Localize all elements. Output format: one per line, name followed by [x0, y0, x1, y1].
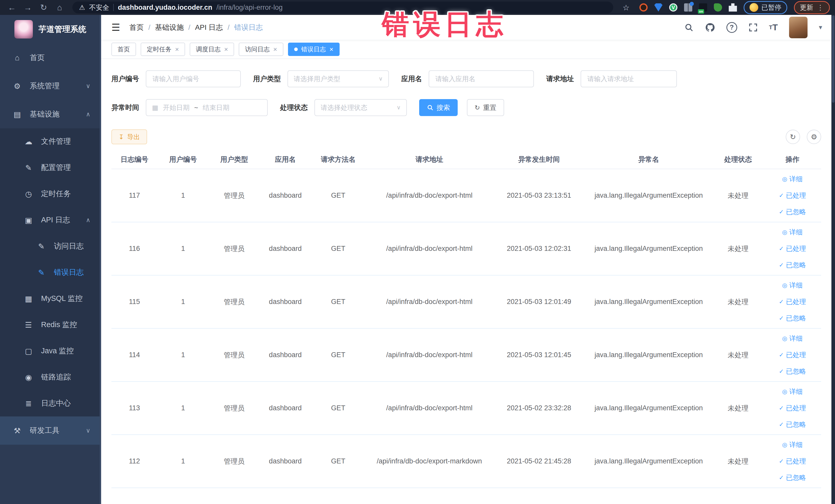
table-toolbar: ↧ 导出 ↻ ⚙: [111, 129, 821, 144]
sidebar-scrollbar[interactable]: [100, 15, 101, 504]
help-icon[interactable]: ?: [727, 22, 737, 33]
extension-orange-icon[interactable]: [639, 3, 648, 12]
page-tab[interactable]: 错误日志 ×: [288, 43, 340, 56]
request-url-input[interactable]: [581, 70, 677, 87]
extension-on-badge-icon[interactable]: on: [699, 3, 707, 12]
tab-close-icon[interactable]: ×: [273, 46, 277, 53]
table-row: 112 1 管理员 dashboard GET /api/infra/db-do…: [111, 435, 821, 488]
column-settings-button[interactable]: ⚙: [807, 130, 821, 144]
user-type-select[interactable]: 请选择用户类型 ∨: [287, 70, 389, 87]
detail-link[interactable]: ◎ 详细: [766, 277, 819, 294]
extension-grid-icon[interactable]: [684, 3, 692, 12]
address-bar[interactable]: ⚠ 不安全 dashboard.yudao.iocoder.cn/infra/l…: [73, 2, 613, 13]
extension-shield-icon[interactable]: [654, 3, 663, 12]
app-name-input[interactable]: [429, 70, 534, 87]
export-button[interactable]: ↧ 导出: [111, 129, 147, 144]
mark-ignored-link[interactable]: ✓ 已忽略: [766, 204, 819, 220]
refresh-table-button[interactable]: ↻: [786, 130, 800, 144]
font-size-icon[interactable]: TT: [769, 22, 778, 32]
detail-link[interactable]: ◎ 详细: [766, 224, 819, 241]
sidebar-menu-item[interactable]: ⌂ 首页: [0, 44, 101, 72]
mark-processed-link[interactable]: ✓ 已处理: [766, 400, 819, 417]
user-avatar[interactable]: [789, 17, 808, 38]
extension-leaf-icon[interactable]: [714, 3, 722, 12]
detail-link[interactable]: ◎ 详细: [766, 384, 819, 400]
page-tab[interactable]: 访问日志 ×: [239, 43, 283, 56]
detail-link[interactable]: ◎ 详细: [766, 171, 819, 187]
detail-link[interactable]: ◎ 详细: [766, 437, 819, 453]
mark-processed-link[interactable]: ✓ 已处理: [766, 347, 819, 363]
sidebar-menu-item[interactable]: ≣ 日志中心: [0, 390, 101, 417]
url-host[interactable]: dashboard.yudao.iocoder.cn: [118, 4, 212, 12]
sidebar-menu-item[interactable]: ☁ 文件管理: [0, 128, 101, 155]
process-status-select[interactable]: 请选择处理状态 ∨: [314, 99, 407, 116]
filter-row-1: 用户编号 用户类型 请选择用户类型 ∨ 应用名 请求地址: [111, 70, 821, 87]
tab-close-icon[interactable]: ×: [330, 46, 333, 53]
process-status-placeholder: 请选择处理状态: [321, 103, 367, 112]
mark-processed-link[interactable]: ✓ 已处理: [766, 241, 819, 257]
app-name-label: 应用名: [401, 74, 422, 83]
breadcrumb-separator: /: [148, 23, 150, 32]
page-scrollbar[interactable]: [831, 15, 835, 504]
cell-app-name: dashboard: [260, 169, 311, 222]
table-header-row: 日志编号 用户编号 用户类型 应用名 请求方法名 请求地址 异常发生时间 异常名…: [111, 150, 821, 169]
page-tab[interactable]: 定时任务 ×: [141, 43, 185, 56]
mark-processed-link[interactable]: ✓ 已处理: [766, 453, 819, 469]
breadcrumb-home[interactable]: 首页: [129, 23, 144, 32]
url-path[interactable]: /infra/log/api-error-log: [217, 4, 283, 12]
avatar-caret-down-icon[interactable]: ▾: [819, 23, 822, 31]
tab-close-icon[interactable]: ×: [175, 46, 179, 53]
sidebar-menu-item[interactable]: ▣ API 日志 ∧: [0, 207, 101, 233]
mark-ignored-link[interactable]: ✓ 已忽略: [766, 469, 819, 486]
update-button[interactable]: 更新 ⋮: [794, 1, 830, 14]
scrollbar-thumb[interactable]: [832, 15, 834, 103]
sidebar-item-label: 访问日志: [54, 241, 84, 251]
tab-close-icon[interactable]: ×: [224, 46, 228, 53]
detail-link[interactable]: ◎ 详细: [766, 330, 819, 347]
search-button[interactable]: 搜索: [419, 99, 458, 116]
fullscreen-icon[interactable]: [749, 23, 758, 32]
page-tab[interactable]: 首页: [111, 43, 136, 56]
extensions-puzzle-icon[interactable]: [729, 3, 737, 12]
sidebar-menu-item[interactable]: ✎ 访问日志: [0, 233, 101, 259]
sidebar-menu-item[interactable]: ⚙ 系统管理 ∨: [0, 72, 101, 100]
sidebar-menu-item[interactable]: ▦ MySQL 监控: [0, 285, 101, 312]
sidebar-menu-item[interactable]: ◉ 链路追踪: [0, 364, 101, 390]
mark-ignored-link[interactable]: ✓ 已忽略: [766, 363, 819, 380]
home-icon-browser[interactable]: ⌂: [53, 3, 66, 12]
date-range-picker[interactable]: ▦ 开始日期 ~ 结束日期: [146, 99, 268, 116]
user-id-input[interactable]: [146, 70, 241, 87]
cell-user-id: 1: [158, 275, 209, 328]
sidebar-menu-item[interactable]: ◷ 定时任务: [0, 181, 101, 207]
mark-ignored-link[interactable]: ✓ 已忽略: [766, 257, 819, 274]
security-label[interactable]: 不安全: [89, 3, 109, 12]
extension-v-icon[interactable]: V: [669, 3, 677, 12]
reload-icon[interactable]: ↻: [37, 3, 50, 12]
paused-badge[interactable]: 已暂停: [744, 1, 787, 14]
sidebar-menu-item[interactable]: ▢ Java 监控: [0, 338, 101, 364]
search-icon[interactable]: [684, 23, 694, 32]
github-icon[interactable]: [705, 22, 715, 33]
reset-button[interactable]: ↻ 重置: [467, 99, 504, 116]
bookmark-star-icon[interactable]: ☆: [619, 3, 633, 12]
kebab-menu-icon[interactable]: ⋮: [817, 3, 824, 12]
back-icon[interactable]: ←: [5, 3, 19, 12]
cell-user-id: 1: [158, 328, 209, 382]
sidebar-menu-item[interactable]: ⚒ 研发工具 ∨: [0, 417, 101, 445]
forward-icon[interactable]: →: [21, 3, 34, 12]
menu-fold-icon[interactable]: ☰: [111, 22, 120, 33]
page-tab[interactable]: 调度日志 ×: [190, 43, 234, 56]
sidebar-menu-item[interactable]: ✎ 配置管理: [0, 155, 101, 181]
sidebar-logo-row[interactable]: 芋道管理系统: [0, 15, 101, 44]
mark-processed-link[interactable]: ✓ 已处理: [766, 187, 819, 204]
sidebar-menu-item[interactable]: ▤ 基础设施 ∧: [0, 100, 101, 128]
mark-ignored-link[interactable]: ✓ 已忽略: [766, 417, 819, 433]
sidebar-menu-item[interactable]: ☰ Redis 监控: [0, 312, 101, 338]
check-icon: ✓: [779, 405, 784, 411]
breadcrumb-api-log[interactable]: API 日志: [195, 23, 223, 32]
sidebar-menu-item[interactable]: ✎ 错误日志: [0, 259, 101, 285]
mark-processed-link[interactable]: ✓ 已处理: [766, 294, 819, 310]
mark-ignored-link[interactable]: ✓ 已忽略: [766, 310, 819, 327]
user-type-placeholder: 请选择用户类型: [294, 75, 340, 83]
breadcrumb-infra[interactable]: 基础设施: [155, 23, 184, 32]
